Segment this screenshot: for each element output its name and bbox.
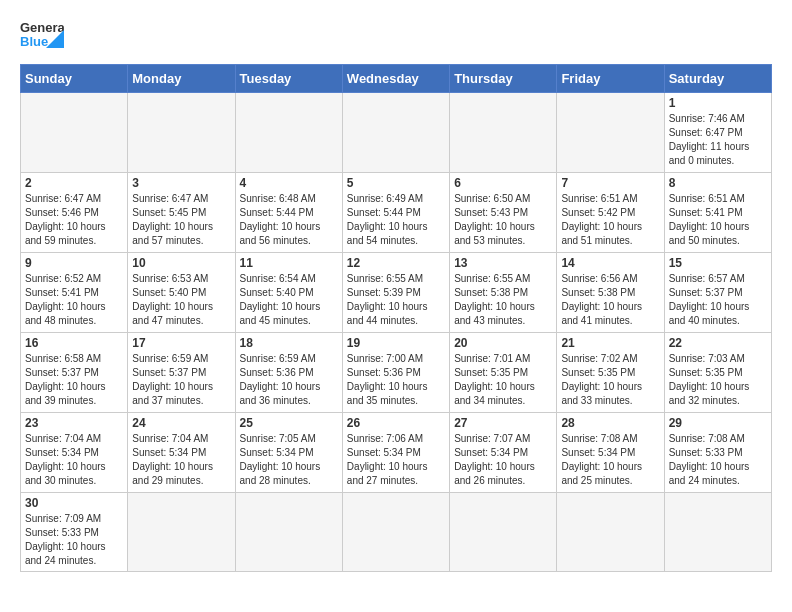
day-info: Sunrise: 7:46 AM Sunset: 6:47 PM Dayligh… xyxy=(669,112,767,168)
calendar-cell: 12Sunrise: 6:55 AM Sunset: 5:39 PM Dayli… xyxy=(342,253,449,333)
calendar-cell xyxy=(128,93,235,173)
day-info: Sunrise: 7:05 AM Sunset: 5:34 PM Dayligh… xyxy=(240,432,338,488)
weekday-header-monday: Monday xyxy=(128,65,235,93)
day-number: 2 xyxy=(25,176,123,190)
day-number: 18 xyxy=(240,336,338,350)
calendar-week-3: 9Sunrise: 6:52 AM Sunset: 5:41 PM Daylig… xyxy=(21,253,772,333)
day-info: Sunrise: 6:59 AM Sunset: 5:36 PM Dayligh… xyxy=(240,352,338,408)
calendar-cell: 21Sunrise: 7:02 AM Sunset: 5:35 PM Dayli… xyxy=(557,333,664,413)
calendar-cell: 11Sunrise: 6:54 AM Sunset: 5:40 PM Dayli… xyxy=(235,253,342,333)
day-info: Sunrise: 6:47 AM Sunset: 5:45 PM Dayligh… xyxy=(132,192,230,248)
day-number: 17 xyxy=(132,336,230,350)
weekday-header-saturday: Saturday xyxy=(664,65,771,93)
weekday-header-thursday: Thursday xyxy=(450,65,557,93)
calendar-cell: 15Sunrise: 6:57 AM Sunset: 5:37 PM Dayli… xyxy=(664,253,771,333)
logo: General Blue xyxy=(20,16,64,56)
calendar-cell: 4Sunrise: 6:48 AM Sunset: 5:44 PM Daylig… xyxy=(235,173,342,253)
day-number: 21 xyxy=(561,336,659,350)
day-number: 28 xyxy=(561,416,659,430)
calendar-cell: 10Sunrise: 6:53 AM Sunset: 5:40 PM Dayli… xyxy=(128,253,235,333)
day-number: 11 xyxy=(240,256,338,270)
weekday-header-tuesday: Tuesday xyxy=(235,65,342,93)
calendar-week-6: 30Sunrise: 7:09 AM Sunset: 5:33 PM Dayli… xyxy=(21,493,772,572)
page-header: General Blue xyxy=(20,16,772,56)
day-info: Sunrise: 6:57 AM Sunset: 5:37 PM Dayligh… xyxy=(669,272,767,328)
day-info: Sunrise: 7:07 AM Sunset: 5:34 PM Dayligh… xyxy=(454,432,552,488)
day-number: 9 xyxy=(25,256,123,270)
day-info: Sunrise: 6:51 AM Sunset: 5:41 PM Dayligh… xyxy=(669,192,767,248)
day-info: Sunrise: 6:56 AM Sunset: 5:38 PM Dayligh… xyxy=(561,272,659,328)
day-number: 24 xyxy=(132,416,230,430)
day-number: 29 xyxy=(669,416,767,430)
calendar-cell: 26Sunrise: 7:06 AM Sunset: 5:34 PM Dayli… xyxy=(342,413,449,493)
weekday-header-row: SundayMondayTuesdayWednesdayThursdayFrid… xyxy=(21,65,772,93)
day-info: Sunrise: 7:01 AM Sunset: 5:35 PM Dayligh… xyxy=(454,352,552,408)
day-info: Sunrise: 6:48 AM Sunset: 5:44 PM Dayligh… xyxy=(240,192,338,248)
day-number: 7 xyxy=(561,176,659,190)
calendar-cell: 22Sunrise: 7:03 AM Sunset: 5:35 PM Dayli… xyxy=(664,333,771,413)
day-number: 30 xyxy=(25,496,123,510)
calendar-cell: 18Sunrise: 6:59 AM Sunset: 5:36 PM Dayli… xyxy=(235,333,342,413)
calendar-cell xyxy=(21,93,128,173)
day-info: Sunrise: 6:52 AM Sunset: 5:41 PM Dayligh… xyxy=(25,272,123,328)
calendar-cell xyxy=(557,493,664,572)
calendar-cell: 23Sunrise: 7:04 AM Sunset: 5:34 PM Dayli… xyxy=(21,413,128,493)
day-number: 4 xyxy=(240,176,338,190)
day-number: 20 xyxy=(454,336,552,350)
calendar-cell: 20Sunrise: 7:01 AM Sunset: 5:35 PM Dayli… xyxy=(450,333,557,413)
calendar-week-1: 1Sunrise: 7:46 AM Sunset: 6:47 PM Daylig… xyxy=(21,93,772,173)
day-number: 23 xyxy=(25,416,123,430)
day-info: Sunrise: 6:47 AM Sunset: 5:46 PM Dayligh… xyxy=(25,192,123,248)
logo-icon: General Blue xyxy=(20,16,64,56)
calendar-cell: 7Sunrise: 6:51 AM Sunset: 5:42 PM Daylig… xyxy=(557,173,664,253)
calendar-cell: 9Sunrise: 6:52 AM Sunset: 5:41 PM Daylig… xyxy=(21,253,128,333)
calendar-cell: 13Sunrise: 6:55 AM Sunset: 5:38 PM Dayli… xyxy=(450,253,557,333)
weekday-header-wednesday: Wednesday xyxy=(342,65,449,93)
calendar-cell: 16Sunrise: 6:58 AM Sunset: 5:37 PM Dayli… xyxy=(21,333,128,413)
calendar-cell xyxy=(128,493,235,572)
day-info: Sunrise: 7:03 AM Sunset: 5:35 PM Dayligh… xyxy=(669,352,767,408)
calendar-cell: 19Sunrise: 7:00 AM Sunset: 5:36 PM Dayli… xyxy=(342,333,449,413)
calendar-cell: 3Sunrise: 6:47 AM Sunset: 5:45 PM Daylig… xyxy=(128,173,235,253)
calendar-cell xyxy=(450,493,557,572)
day-number: 27 xyxy=(454,416,552,430)
calendar-cell: 28Sunrise: 7:08 AM Sunset: 5:34 PM Dayli… xyxy=(557,413,664,493)
day-info: Sunrise: 7:02 AM Sunset: 5:35 PM Dayligh… xyxy=(561,352,659,408)
day-number: 26 xyxy=(347,416,445,430)
calendar-cell xyxy=(342,93,449,173)
day-number: 16 xyxy=(25,336,123,350)
day-info: Sunrise: 7:04 AM Sunset: 5:34 PM Dayligh… xyxy=(132,432,230,488)
weekday-header-sunday: Sunday xyxy=(21,65,128,93)
day-info: Sunrise: 6:59 AM Sunset: 5:37 PM Dayligh… xyxy=(132,352,230,408)
day-info: Sunrise: 6:49 AM Sunset: 5:44 PM Dayligh… xyxy=(347,192,445,248)
day-info: Sunrise: 6:50 AM Sunset: 5:43 PM Dayligh… xyxy=(454,192,552,248)
calendar-cell xyxy=(342,493,449,572)
calendar-week-5: 23Sunrise: 7:04 AM Sunset: 5:34 PM Dayli… xyxy=(21,413,772,493)
day-info: Sunrise: 6:53 AM Sunset: 5:40 PM Dayligh… xyxy=(132,272,230,328)
calendar-cell: 1Sunrise: 7:46 AM Sunset: 6:47 PM Daylig… xyxy=(664,93,771,173)
calendar-cell: 6Sunrise: 6:50 AM Sunset: 5:43 PM Daylig… xyxy=(450,173,557,253)
calendar-cell: 5Sunrise: 6:49 AM Sunset: 5:44 PM Daylig… xyxy=(342,173,449,253)
day-number: 22 xyxy=(669,336,767,350)
day-number: 1 xyxy=(669,96,767,110)
day-info: Sunrise: 7:04 AM Sunset: 5:34 PM Dayligh… xyxy=(25,432,123,488)
day-info: Sunrise: 6:54 AM Sunset: 5:40 PM Dayligh… xyxy=(240,272,338,328)
calendar-cell xyxy=(664,493,771,572)
day-info: Sunrise: 7:09 AM Sunset: 5:33 PM Dayligh… xyxy=(25,512,123,568)
calendar-cell: 24Sunrise: 7:04 AM Sunset: 5:34 PM Dayli… xyxy=(128,413,235,493)
day-number: 3 xyxy=(132,176,230,190)
calendar-table: SundayMondayTuesdayWednesdayThursdayFrid… xyxy=(20,64,772,572)
day-info: Sunrise: 7:06 AM Sunset: 5:34 PM Dayligh… xyxy=(347,432,445,488)
day-number: 6 xyxy=(454,176,552,190)
calendar-cell: 8Sunrise: 6:51 AM Sunset: 5:41 PM Daylig… xyxy=(664,173,771,253)
calendar-cell: 29Sunrise: 7:08 AM Sunset: 5:33 PM Dayli… xyxy=(664,413,771,493)
calendar-cell: 14Sunrise: 6:56 AM Sunset: 5:38 PM Dayli… xyxy=(557,253,664,333)
calendar-week-2: 2Sunrise: 6:47 AM Sunset: 5:46 PM Daylig… xyxy=(21,173,772,253)
day-number: 25 xyxy=(240,416,338,430)
calendar-cell xyxy=(235,93,342,173)
calendar-cell: 2Sunrise: 6:47 AM Sunset: 5:46 PM Daylig… xyxy=(21,173,128,253)
day-number: 12 xyxy=(347,256,445,270)
day-info: Sunrise: 7:00 AM Sunset: 5:36 PM Dayligh… xyxy=(347,352,445,408)
day-info: Sunrise: 6:51 AM Sunset: 5:42 PM Dayligh… xyxy=(561,192,659,248)
calendar-week-4: 16Sunrise: 6:58 AM Sunset: 5:37 PM Dayli… xyxy=(21,333,772,413)
